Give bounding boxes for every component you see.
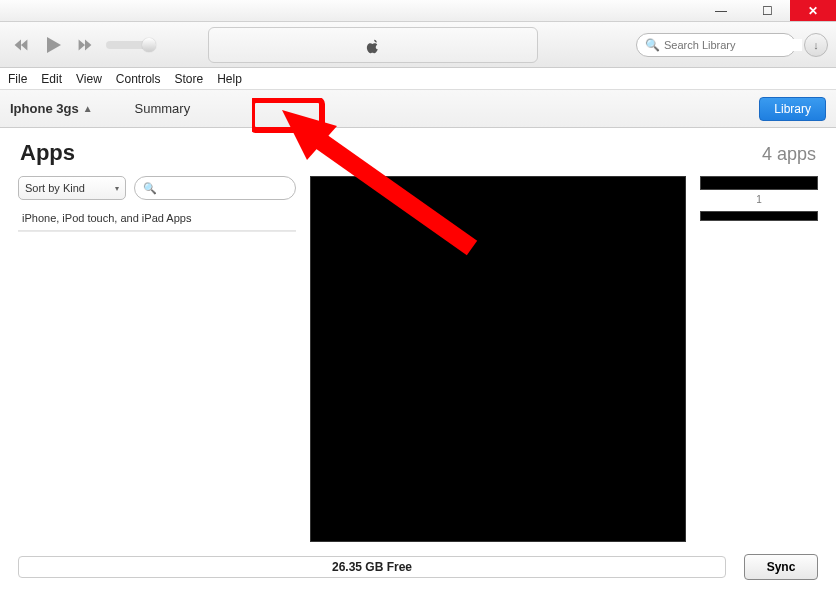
apple-logo-icon (364, 36, 382, 54)
window-maximize-button[interactable]: ☐ (744, 0, 790, 21)
window-minimize-button[interactable]: — (698, 0, 744, 21)
window-titlebar: — ☐ ✕ (0, 0, 836, 22)
capacity-free-label: 26.35 GB Free (332, 560, 412, 574)
main-content: Apps 4 apps Sort by Kind ▾ 🔍 iPhone, iPo… (0, 128, 836, 542)
search-input[interactable] (664, 39, 802, 51)
home-screen-preview[interactable] (310, 176, 686, 542)
menu-controls[interactable]: Controls (116, 72, 161, 86)
apps-heading: Apps (20, 140, 75, 166)
window-close-button[interactable]: ✕ (790, 0, 836, 21)
search-icon: 🔍 (143, 182, 157, 195)
sort-dropdown[interactable]: Sort by Kind ▾ (18, 176, 126, 200)
search-icon: 🔍 (645, 38, 660, 52)
chevron-down-icon: ▾ (115, 184, 119, 193)
apps-count: 4 apps (762, 144, 816, 165)
apps-list (18, 231, 296, 542)
sort-label: Sort by Kind (25, 182, 85, 194)
footer: 26.35 GB Free Sync (0, 542, 836, 596)
library-search[interactable]: 🔍 (636, 33, 796, 57)
menu-edit[interactable]: Edit (41, 72, 62, 86)
page-thumbnails: 1 (700, 176, 818, 542)
page-thumbnail-1[interactable] (700, 176, 818, 190)
menubar: FileEditViewControlsStoreHelp (0, 68, 836, 90)
prev-track-button[interactable] (8, 32, 34, 58)
apps-search[interactable]: 🔍 (134, 176, 296, 200)
tab-summary[interactable]: Summary (125, 97, 201, 120)
device-name[interactable]: Iphone 3gs ▲ (10, 101, 93, 116)
next-track-button[interactable] (72, 32, 98, 58)
volume-knob[interactable] (142, 38, 156, 52)
menu-store[interactable]: Store (175, 72, 204, 86)
volume-slider[interactable] (106, 41, 156, 49)
library-button[interactable]: Library (759, 97, 826, 121)
capacity-bar: 26.35 GB Free (18, 556, 726, 578)
menu-file[interactable]: File (8, 72, 27, 86)
playback-controls (8, 32, 156, 58)
menu-help[interactable]: Help (217, 72, 242, 86)
page-thumbnail-2[interactable] (700, 211, 818, 221)
device-name-label: Iphone 3gs (10, 101, 79, 116)
downloads-button[interactable]: ↓ (804, 33, 828, 57)
eject-icon[interactable]: ▲ (83, 103, 93, 114)
status-lcd (208, 27, 538, 63)
play-button[interactable] (38, 32, 68, 58)
menu-view[interactable]: View (76, 72, 102, 86)
apps-sidebar: Sort by Kind ▾ 🔍 iPhone, iPod touch, and… (18, 176, 296, 542)
device-tabs: Iphone 3gs ▲ Summary Library (0, 90, 836, 128)
player-toolbar: 🔍 ↓ (0, 22, 836, 68)
category-heading: iPhone, iPod touch, and iPad Apps (18, 206, 296, 231)
page-thumbnail-1-label: 1 (700, 194, 818, 205)
sync-button[interactable]: Sync (744, 554, 818, 580)
